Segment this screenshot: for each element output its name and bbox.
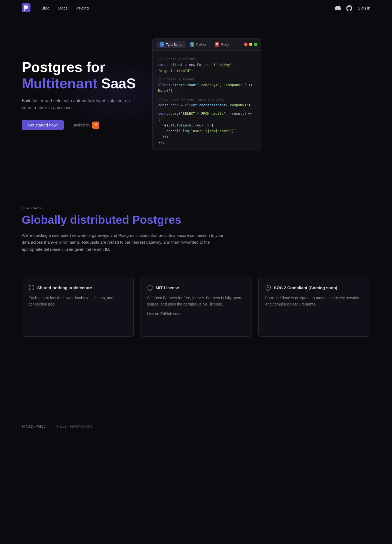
python-icon: 🐍 xyxy=(190,42,194,47)
svg-rect-3 xyxy=(32,285,34,287)
code-line-9: console.log(`User: ${row["name"]}`); xyxy=(158,128,256,134)
discord-icon[interactable] xyxy=(335,5,341,11)
how-it-works-section: How it works Globally distributed Postgr… xyxy=(0,184,392,277)
card-shared-nothing: Shared-nothing architecture Each tenant … xyxy=(22,277,134,337)
code-tabs: TS TypeScript 🐍 Python 💎 Ruby xyxy=(153,38,261,51)
section-desc: We're building a distributed network of … xyxy=(22,232,226,253)
nav-blog[interactable]: Blog xyxy=(41,6,50,10)
code-line-11: }); xyxy=(158,140,256,145)
logo[interactable] xyxy=(22,3,30,13)
code-spacer-3 xyxy=(158,108,256,111)
code-body: // Create a client const client = new Fo… xyxy=(153,51,261,151)
check-shield-icon xyxy=(265,285,271,291)
code-line-10: }); xyxy=(158,134,256,140)
card-text-1: Each tenant has their own database, sche… xyxy=(29,295,127,307)
code-line-5: // Connect to your tenant's data xyxy=(158,96,256,102)
tab-typescript[interactable]: TS TypeScript xyxy=(157,41,186,48)
card-title-3: SOC 2 Compliant (Coming soon) xyxy=(274,285,337,290)
backed-by: Backed by Y xyxy=(72,122,99,129)
code-line-4: client.createTenant('company1', 'Company… xyxy=(158,82,256,94)
code-panel: TS TypeScript 🐍 Python 💎 Ruby // Create … xyxy=(152,38,261,151)
yc-badge: Y xyxy=(92,122,99,129)
spacer-1 xyxy=(0,168,392,184)
code-line-1: // Create a client xyxy=(158,56,256,62)
code-spacer-1 xyxy=(158,74,256,76)
get-started-button[interactable]: Get started now! xyxy=(22,120,64,130)
svg-rect-2 xyxy=(29,285,31,287)
code-line-8: result.forEach((row) => { xyxy=(158,122,256,128)
feature-cards: Shared-nothing architecture Each tenant … xyxy=(0,277,392,358)
sign-in-button[interactable]: Sign in xyxy=(358,6,370,10)
code-line-7: conn.query("SELECT * FROM emails", (resu… xyxy=(158,111,256,122)
svg-rect-1 xyxy=(24,9,25,11)
nav-docs[interactable]: Docs xyxy=(58,6,68,10)
nav-links: Blog Docs Pricing xyxy=(41,6,335,10)
code-spacer-2 xyxy=(158,94,256,96)
tab-ruby[interactable]: 💎 Ruby xyxy=(212,41,232,48)
card-text-3: Fortress Cloud is designed to meet the s… xyxy=(265,295,363,307)
card-text-2b: Live on GitHub soon. xyxy=(147,311,245,317)
shield-open-icon xyxy=(147,285,153,291)
code-line-2: const client = new Fortress("apiKey", "o… xyxy=(158,62,256,74)
backed-by-label: Backed by xyxy=(72,123,90,127)
maximize-dot xyxy=(254,43,257,46)
hero-subtitle: Build faster and safer with automatic te… xyxy=(22,97,136,111)
card-icon-row-2: MIT License xyxy=(147,285,245,291)
code-line-3: // Create a tenant xyxy=(158,76,256,82)
card-title-2: MIT License xyxy=(156,285,179,290)
card-soc2: SOC 2 Compliant (Coming soon) Fortress C… xyxy=(258,277,370,337)
card-title-1: Shared-nothing architecture xyxy=(37,285,92,290)
card-icon-row-1: Shared-nothing architecture xyxy=(29,285,127,291)
footer: Privacy Policy © 2024 Fetchflow Inc. xyxy=(0,413,392,439)
hero-content: Postgres for Multitenant SaaS Build fast… xyxy=(22,59,136,130)
svg-rect-4 xyxy=(29,288,31,290)
card-icon-row-3: SOC 2 Compliant (Coming soon) xyxy=(265,285,363,291)
section-heading: Globally distributed Postgres xyxy=(22,213,370,226)
minimize-dot xyxy=(249,43,252,46)
hero-section: Postgres for Multitenant SaaS Build fast… xyxy=(0,16,392,168)
navbar: Blog Docs Pricing Sign in xyxy=(0,0,392,16)
grid-icon xyxy=(29,285,35,291)
code-line-6: const conn = client.connectTenant('compa… xyxy=(158,102,256,108)
privacy-policy-link[interactable]: Privacy Policy xyxy=(22,424,45,428)
hero-actions: Get started now! Backed by Y xyxy=(22,120,136,130)
card-text-2a: Self-host Fortress for free, forever. Fo… xyxy=(147,295,245,307)
nav-right: Sign in xyxy=(335,5,370,11)
hero-title: Postgres for Multitenant SaaS xyxy=(22,59,136,92)
spacer-2 xyxy=(0,358,392,413)
typescript-icon: TS xyxy=(160,42,164,47)
card-mit-license: MIT License Self-host Fortress for free,… xyxy=(140,277,252,337)
nav-pricing[interactable]: Pricing xyxy=(76,6,89,10)
github-icon[interactable] xyxy=(346,5,352,11)
footer-copyright: © 2024 Fetchflow Inc. xyxy=(56,424,93,428)
svg-rect-5 xyxy=(32,288,34,290)
ruby-icon: 💎 xyxy=(215,42,219,47)
tab-python[interactable]: 🐍 Python xyxy=(187,41,210,48)
hero-accent: Multitenant xyxy=(22,75,97,91)
window-controls xyxy=(244,43,257,46)
close-dot xyxy=(244,43,247,46)
section-label: How it works xyxy=(22,206,370,210)
